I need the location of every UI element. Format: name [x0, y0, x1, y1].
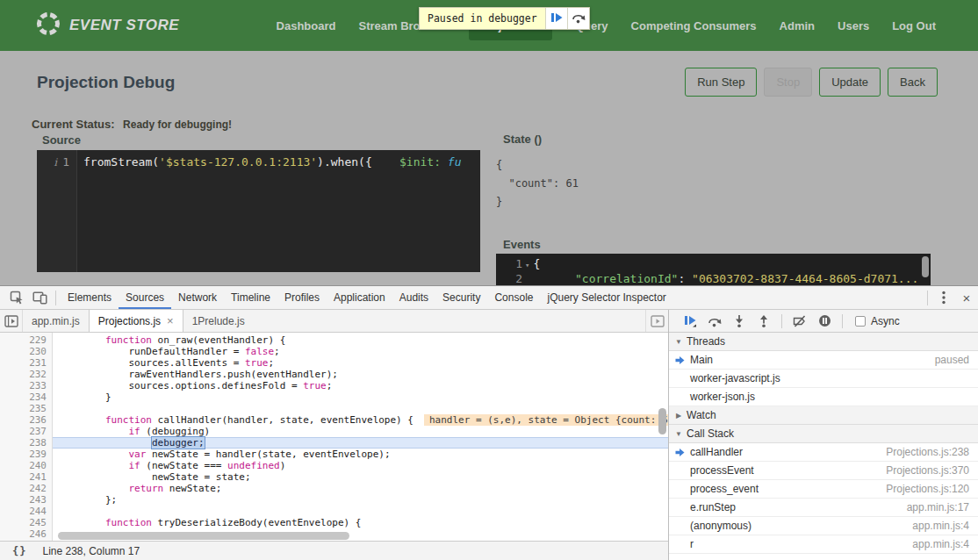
thread-row-worker-javascript-js[interactable]: worker-javascript.js	[669, 370, 978, 388]
fold-arrow-icon[interactable]: ▾	[525, 261, 529, 269]
events-line-number: 2	[496, 270, 522, 285]
tab-security[interactable]: Security	[435, 286, 487, 309]
line-number[interactable]: 236	[0, 414, 52, 426]
events-line-2: 2"correlationId": "06303702-8837-4464-86…	[496, 270, 931, 285]
state-json: { "count": 61}	[496, 156, 579, 212]
frame-location: Projections.js:238	[886, 446, 969, 458]
close-tab-icon[interactable]: ×	[167, 314, 174, 327]
threads-section-header[interactable]: ▼Threads	[669, 333, 978, 351]
line-number[interactable]: 240	[0, 460, 52, 471]
callstack-frame-partial[interactable]	[669, 554, 978, 560]
pause-on-exceptions-icon[interactable]	[812, 310, 837, 333]
section-title: Watch	[687, 409, 716, 421]
code-editor[interactable]: 2292302312322332342352362372382392402412…	[0, 333, 668, 541]
line-number[interactable]: 239	[0, 449, 52, 460]
tab-console[interactable]: Console	[487, 286, 540, 309]
nav-item-users[interactable]: Users	[838, 19, 869, 32]
page-title: Projection Debug	[37, 73, 175, 92]
line-number[interactable]: 234	[0, 391, 52, 403]
line-number[interactable]: 241	[0, 471, 52, 483]
resume-script-button[interactable]	[545, 8, 567, 29]
callstack-frame-process-event[interactable]: process_eventProjections.js:120	[669, 480, 978, 499]
disclosure-closed-icon: ▶	[672, 412, 685, 420]
tab-sources[interactable]: Sources	[119, 286, 171, 309]
tab-elements[interactable]: Elements	[61, 286, 119, 309]
line-number[interactable]: 245	[0, 517, 52, 528]
run-step-button[interactable]: Run Step	[685, 68, 757, 97]
state-json-line: "count": 61	[496, 175, 579, 193]
debugger-controls: Async	[669, 310, 978, 333]
stop-button[interactable]: Stop	[764, 68, 812, 97]
callstack-frame-callhandler[interactable]: callHandlerProjections.js:238	[669, 443, 978, 462]
current-frame-arrow-icon	[669, 448, 690, 457]
step-over-button[interactable]	[567, 8, 589, 29]
line-number[interactable]: 237	[0, 426, 52, 437]
line-number[interactable]: 231	[0, 357, 52, 369]
step-into-icon[interactable]	[727, 310, 751, 333]
line-number[interactable]: 244	[0, 506, 52, 517]
event-store-logo-icon	[35, 11, 61, 40]
line-number[interactable]: 233	[0, 380, 52, 391]
tab-network[interactable]: Network	[171, 286, 224, 309]
info-annotation-icon: i	[54, 156, 57, 169]
line-number[interactable]: 235	[0, 403, 52, 414]
code-line-229: function on_raw(eventHandler) {	[53, 334, 668, 346]
nav-item-dashboard[interactable]: Dashboard	[277, 19, 336, 32]
brand[interactable]: EVENT STORE	[35, 11, 179, 40]
vertical-scrollbar-thumb[interactable]	[658, 408, 666, 434]
inspect-element-icon[interactable]	[5, 286, 28, 309]
file-tab-app-min-js[interactable]: app.min.js	[23, 310, 89, 332]
line-number[interactable]: 229	[0, 334, 52, 346]
tab-application[interactable]: Application	[327, 286, 392, 309]
callstack-frame-r[interactable]: rapp.min.js:4	[669, 535, 978, 554]
line-number[interactable]: 232	[0, 369, 52, 380]
frame-location: Projections.js:370	[886, 464, 969, 477]
callstack-section-header[interactable]: ▼Call Stack	[669, 425, 978, 443]
resume-icon	[550, 12, 563, 25]
source-editor[interactable]: i1 fromStream('$stats-127.0.0.1:2113').w…	[37, 150, 480, 272]
code-line-234: }	[53, 391, 668, 403]
line-number[interactable]: 246	[0, 528, 52, 540]
thread-row-worker-json-js[interactable]: worker-json.js	[669, 388, 978, 406]
nav-item-competing-consumers[interactable]: Competing Consumers	[631, 19, 757, 32]
async-checkbox[interactable]	[855, 316, 866, 327]
tab-audits[interactable]: Audits	[392, 286, 435, 309]
thread-name: worker-json.js	[690, 391, 755, 403]
frame-location: Projections.js:120	[886, 483, 969, 495]
step-out-icon[interactable]	[751, 310, 776, 333]
watch-section-header[interactable]: ▶Watch	[669, 406, 978, 425]
line-number[interactable]: 243	[0, 494, 52, 506]
line-number[interactable]: 230	[0, 346, 52, 357]
nav-item-admin[interactable]: Admin	[780, 19, 815, 32]
frame-function: r	[690, 538, 694, 550]
resume-script-icon[interactable]	[678, 310, 702, 333]
close-devtools-icon[interactable]: ×	[955, 286, 978, 309]
device-toolbar-icon[interactable]	[28, 286, 51, 309]
pretty-print-icon[interactable]: {}	[12, 545, 26, 557]
file-tab-1prelude-js[interactable]: 1Prelude.js	[183, 310, 254, 332]
callstack-frame-processevent[interactable]: processEventProjections.js:370	[669, 462, 978, 480]
callstack-frame-anonymous[interactable]: (anonymous)app.min.js:4	[669, 517, 978, 535]
tab-timeline[interactable]: Timeline	[224, 286, 277, 309]
horizontal-scrollbar-thumb[interactable]	[58, 532, 349, 540]
overflow-menu-icon[interactable]	[932, 286, 955, 309]
callstack-frame-e-runstep[interactable]: e.runStepapp.min.js:17	[669, 499, 978, 517]
line-number[interactable]: 242	[0, 483, 52, 494]
back-button[interactable]: Back	[888, 68, 938, 97]
step-over-icon[interactable]	[702, 310, 727, 333]
file-tabs: app.min.jsProjections.js×1Prelude.js	[23, 310, 254, 332]
nav-item-log-out[interactable]: Log Out	[892, 19, 936, 32]
tab-jquery-selector-inspector[interactable]: jQuery Selector Inspector	[540, 286, 672, 309]
show-navigator-icon[interactable]	[0, 310, 23, 332]
scrollbar-thumb[interactable]	[922, 256, 929, 277]
code-line-235	[53, 403, 668, 414]
panel-toggle-icon[interactable]	[645, 310, 668, 332]
thread-row-main[interactable]: Mainpaused	[669, 351, 978, 370]
events-editor[interactable]: 1▾{ 2"correlationId": "06303702-8837-446…	[496, 254, 931, 285]
line-number[interactable]: 238	[0, 437, 52, 449]
deactivate-breakpoints-icon[interactable]	[787, 310, 812, 333]
tab-profiles[interactable]: Profiles	[277, 286, 327, 309]
state-heading: State ()	[503, 133, 542, 146]
file-tab-projections-js[interactable]: Projections.js×	[89, 310, 183, 332]
update-button[interactable]: Update	[819, 68, 881, 97]
